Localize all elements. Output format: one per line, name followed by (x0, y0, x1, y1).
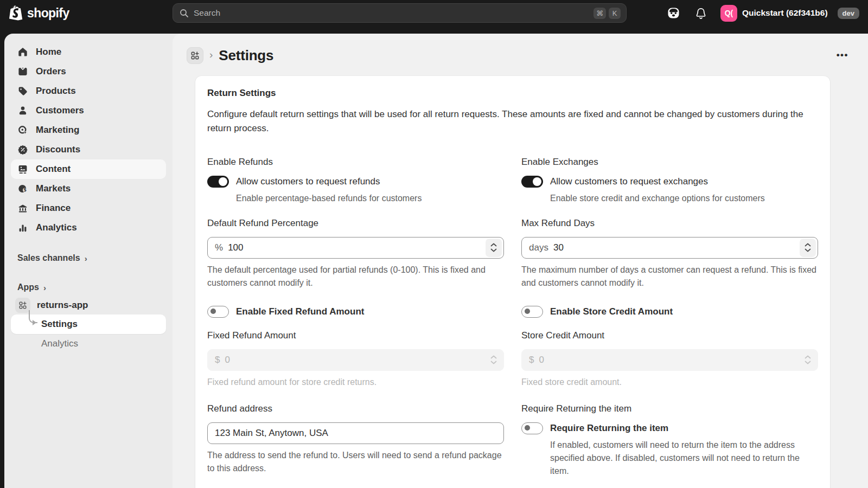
refund-address-help: The address to send the refund to. Users… (207, 449, 504, 475)
sidebar-item-label: Content (36, 164, 71, 175)
chevron-right-icon: › (43, 283, 46, 292)
max-refund-days-help: The maximum number of days a customer ca… (521, 264, 818, 290)
discount-badge-icon (17, 144, 28, 155)
topbar: shopify Search ⌘ K (0, 0, 868, 34)
store-credit-amount-field: $ (521, 349, 818, 371)
enable-fixed-refund-label: Enable Fixed Refund Amount (236, 306, 364, 317)
enable-store-credit-group: Enable Store Credit Amount (521, 306, 818, 318)
store-credit-amount-group: Store Credit Amount $ Fixed store credit… (521, 330, 818, 389)
sidebar: Home Orders Products Customers Marketing (4, 34, 173, 488)
enable-store-credit-toggle[interactable] (521, 306, 543, 318)
max-refund-days-field: days (521, 237, 818, 259)
elbow-connector-icon (29, 310, 37, 323)
sidebar-section-apps[interactable]: Apps › (11, 279, 166, 296)
sidebar-item-products[interactable]: Products (11, 81, 166, 101)
default-refund-percentage-field: % (207, 237, 504, 259)
sidebar-item-label: Finance (36, 203, 71, 214)
fixed-refund-amount-help: Fixed refund amount for store credit ret… (207, 376, 504, 389)
number-stepper[interactable] (486, 239, 502, 257)
enable-exchanges-toggle[interactable] (521, 176, 543, 188)
max-refund-days-input[interactable] (553, 242, 800, 253)
require-return-toggle[interactable] (521, 422, 543, 434)
mascot-icon[interactable] (664, 4, 684, 22)
number-stepper[interactable] (800, 351, 816, 369)
max-refund-days-label: Max Refund Days (521, 218, 818, 229)
apps-label: Apps (17, 282, 39, 292)
enable-fixed-refund-toggle[interactable] (207, 306, 229, 318)
fixed-refund-amount-group: Fixed Refund Amount $ Fixed refund amoun… (207, 330, 504, 389)
enable-exchanges-toggle-label: Allow customers to request exchanges (550, 176, 708, 187)
shopify-logo[interactable]: shopify (9, 5, 173, 21)
require-return-toggle-label: Require Returning the item (550, 423, 668, 434)
fixed-refund-amount-input[interactable] (225, 355, 486, 365)
enable-exchanges-group: Enable Exchanges Allow customers to requ… (521, 157, 818, 205)
sidebar-item-orders[interactable]: Orders (11, 62, 166, 81)
sidebar-item-marketing[interactable]: Marketing (11, 120, 166, 140)
sidebar-item-customers[interactable]: Customers (11, 101, 166, 120)
sidebar-item-label: Markets (36, 183, 71, 194)
number-stepper[interactable] (486, 351, 502, 369)
days-prefix: days (529, 242, 548, 253)
enable-refunds-label: Enable Refunds (207, 157, 504, 168)
sidebar-item-markets[interactable]: $ Markets (11, 179, 166, 198)
kbd-cmd: ⌘ (593, 8, 606, 19)
enable-exchanges-help: Enable store credit and exchange options… (550, 192, 818, 205)
default-refund-percentage-label: Default Refund Percentage (207, 218, 504, 229)
enable-refunds-help: Enable percentage-based refunds for cust… (236, 192, 504, 205)
fixed-refund-amount-field: $ (207, 349, 504, 371)
sidebar-item-label: Marketing (36, 125, 79, 136)
card-title: Return Settings (207, 88, 818, 99)
app-analytics-label: Analytics (41, 338, 78, 349)
person-icon (17, 105, 28, 116)
enable-refunds-toggle-label: Allow customers to request refunds (236, 176, 380, 187)
search-placeholder: Search (194, 8, 591, 18)
sidebar-item-content[interactable]: Content (11, 159, 166, 179)
home-icon (17, 47, 28, 57)
shopify-wordmark: shopify (27, 6, 69, 21)
refund-address-input[interactable] (215, 428, 502, 439)
default-refund-percentage-input[interactable] (228, 242, 486, 253)
require-return-label: Require Returning the item (521, 403, 818, 414)
fixed-refund-amount-label: Fixed Refund Amount (207, 330, 504, 341)
require-return-help: If enabled, customers will need to retur… (550, 439, 818, 478)
more-actions-button[interactable]: ••• (831, 47, 854, 64)
sidebar-item-app-analytics[interactable]: Analytics (11, 334, 166, 354)
dollar-prefix: $ (529, 355, 534, 365)
shopify-bag-icon (9, 5, 23, 21)
svg-text:$: $ (23, 187, 27, 192)
sidebar-item-finance[interactable]: Finance (11, 198, 166, 218)
dev-badge: dev (838, 8, 859, 19)
enable-refunds-group: Enable Refunds Allow customers to reques… (207, 157, 504, 205)
globe-dollar-icon: $ (17, 183, 28, 194)
enable-store-credit-label: Enable Store Credit Amount (550, 306, 673, 317)
return-settings-card: Return Settings Configure default return… (195, 76, 830, 488)
account-menu[interactable]: Q( Quickstart (62f341b6) (718, 3, 830, 23)
store-credit-amount-input[interactable] (539, 355, 800, 365)
chevron-right-icon: › (85, 254, 87, 263)
sidebar-item-label: Discounts (36, 144, 80, 155)
sidebar-item-discounts[interactable]: Discounts (11, 140, 166, 159)
sidebar-item-label: Orders (36, 66, 66, 77)
bar-chart-icon (17, 222, 28, 233)
topbar-actions: Q( Quickstart (62f341b6) dev (627, 3, 859, 23)
notifications-bell-icon[interactable] (691, 4, 711, 22)
search-icon (180, 9, 189, 18)
sidebar-section-sales-channels[interactable]: Sales channels › (11, 249, 166, 267)
tag-icon (17, 86, 28, 97)
breadcrumb-app-icon[interactable] (187, 47, 203, 64)
sidebar-item-analytics[interactable]: Analytics (11, 218, 166, 237)
sidebar-item-app-settings[interactable]: Settings (11, 314, 166, 334)
sidebar-item-label: Analytics (36, 222, 77, 233)
store-credit-amount-help: Fixed store credit amount. (521, 376, 818, 389)
refund-address-field (207, 422, 504, 444)
number-stepper[interactable] (800, 239, 816, 257)
require-return-group: Require Returning the item Require Retur… (521, 403, 818, 478)
sales-channels-label: Sales channels (17, 253, 80, 263)
enable-refunds-toggle[interactable] (207, 176, 229, 188)
search-input[interactable]: Search ⌘ K (173, 3, 627, 23)
card-description: Configure default return settings that w… (207, 107, 815, 136)
bank-icon (17, 203, 28, 214)
sidebar-item-home[interactable]: Home (11, 42, 166, 62)
percent-prefix: % (215, 242, 223, 253)
main-wrap: › Settings ••• Return Settings Configure… (173, 34, 868, 488)
